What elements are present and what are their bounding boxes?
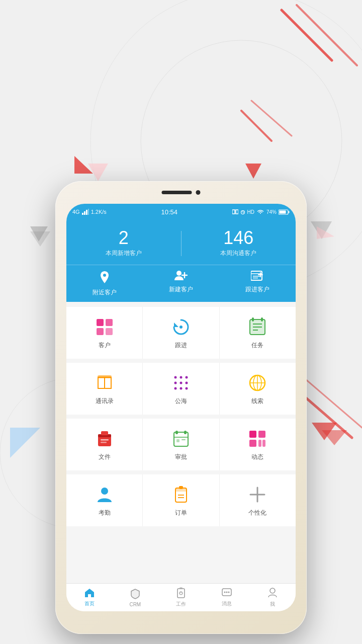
svg-marker-13 — [30, 231, 50, 247]
quick-action-new-customer[interactable]: 新建客户 — [143, 270, 219, 297]
grid-item-attendance[interactable]: 考勤 — [66, 474, 143, 526]
grid-item-customer[interactable]: 客户 — [66, 307, 143, 359]
svg-rect-23 — [232, 210, 235, 214]
tab-me-label: 我 — [270, 601, 275, 608]
svg-point-99 — [226, 592, 228, 593]
grid-item-files[interactable]: 文件 — [66, 419, 143, 470]
svg-rect-81 — [258, 431, 265, 438]
svg-marker-10 — [88, 164, 108, 181]
svg-rect-83 — [258, 440, 261, 447]
svg-marker-9 — [74, 156, 93, 174]
grid-row-2: 通讯录 — [66, 363, 296, 415]
svg-point-59 — [174, 382, 176, 384]
svg-rect-30 — [279, 210, 286, 213]
svg-rect-78 — [176, 439, 179, 442]
phone-frame: 4G 1.2K/s 10:54 — [55, 181, 307, 634]
stat-contact-number: 146 — [182, 229, 296, 247]
tab-crm[interactable]: CRM — [112, 584, 158, 611]
svg-point-100 — [228, 592, 230, 593]
approval-label: 审批 — [175, 453, 187, 461]
svg-rect-29 — [288, 211, 289, 213]
svg-rect-72 — [101, 439, 109, 441]
files-label: 文件 — [99, 453, 111, 461]
battery-icon — [279, 209, 290, 215]
header-area: 2 本周新增客户 146 本周沟通客户 — [66, 220, 296, 302]
svg-line-5 — [241, 111, 272, 141]
contacts-icon — [94, 372, 116, 394]
grid-item-dynamic[interactable]: 动态 — [220, 419, 296, 470]
grid-row-3: 文件 审批 — [66, 419, 296, 470]
svg-rect-84 — [262, 440, 265, 447]
svg-rect-73 — [101, 442, 107, 443]
work-tab-icon — [176, 587, 186, 600]
tab-work[interactable]: 工作 — [158, 584, 204, 611]
grid-item-approval[interactable]: 审批 — [143, 419, 219, 470]
tab-messages-label: 消息 — [222, 600, 232, 607]
status-bar: 4G 1.2K/s 10:54 — [66, 204, 296, 220]
customize-icon — [246, 484, 268, 506]
home-tab-icon — [84, 588, 95, 599]
quick-actions-row: 附近客户 新建客户 — [66, 265, 296, 302]
tab-home-label: 首页 — [84, 600, 95, 607]
svg-rect-82 — [249, 440, 256, 447]
new-customer-label: 新建客户 — [169, 285, 193, 294]
me-tab-icon — [267, 587, 278, 600]
svg-rect-20 — [84, 211, 85, 215]
svg-line-4 — [297, 5, 357, 65]
grid-item-followup[interactable]: 跟进 — [143, 307, 219, 359]
svg-rect-95 — [179, 587, 183, 589]
svg-marker-16 — [317, 226, 334, 239]
stat-new-number: 2 — [66, 229, 181, 247]
grid-item-order[interactable]: 订单 — [143, 474, 219, 526]
svg-rect-75 — [175, 431, 178, 434]
stat-contact-label: 本周沟通客户 — [182, 249, 296, 258]
svg-point-98 — [224, 592, 226, 593]
svg-point-58 — [185, 376, 188, 379]
grid-item-public-sea[interactable]: 公海 — [143, 363, 219, 415]
order-label: 订单 — [175, 509, 187, 517]
tab-work-label: 工作 — [176, 601, 186, 608]
tab-bar: 首页 CRM — [66, 583, 296, 611]
main-grid: 客户 跟进 — [66, 302, 296, 583]
stats-row: 2 本周新增客户 146 本周沟通客户 — [66, 220, 296, 265]
grid-item-task[interactable]: 任务 — [220, 307, 296, 359]
quick-action-nearby[interactable]: 附近客户 — [66, 270, 143, 297]
tab-home[interactable]: 首页 — [66, 584, 112, 611]
grid-item-leads[interactable]: 线索 — [220, 363, 296, 415]
svg-rect-43 — [97, 328, 104, 335]
followup-icon — [170, 316, 192, 338]
tab-me[interactable]: 我 — [250, 584, 296, 611]
leads-label: 线索 — [251, 397, 263, 406]
svg-point-46 — [179, 326, 183, 329]
svg-point-63 — [179, 387, 182, 390]
customize-label: 个性化 — [248, 509, 266, 517]
tab-messages[interactable]: 消息 — [204, 584, 250, 611]
svg-rect-44 — [106, 328, 113, 335]
stat-contact-customers: 146 本周沟通客户 — [182, 229, 296, 258]
order-icon — [170, 484, 192, 506]
dynamic-label: 动态 — [251, 453, 263, 461]
messages-tab-icon — [221, 588, 232, 599]
quick-action-follow[interactable]: 跟进客户 — [219, 270, 296, 297]
grid-item-customize[interactable]: 个性化 — [220, 474, 296, 526]
svg-point-61 — [185, 382, 188, 384]
grid-item-contacts[interactable]: 通讯录 — [66, 363, 143, 415]
svg-rect-21 — [86, 210, 87, 215]
svg-marker-15 — [311, 221, 332, 239]
hd-label: HD — [247, 209, 254, 215]
alarm-icon — [240, 209, 245, 214]
nearby-icon — [99, 270, 111, 286]
svg-rect-74 — [174, 432, 188, 446]
svg-marker-11 — [245, 164, 261, 179]
svg-point-32 — [176, 271, 182, 276]
svg-rect-22 — [88, 209, 89, 215]
customer-icon — [94, 316, 116, 338]
svg-marker-18 — [322, 430, 347, 445]
attendance-icon — [94, 484, 116, 506]
svg-rect-19 — [82, 213, 83, 215]
network-label: 4G — [72, 209, 80, 215]
camera — [196, 190, 201, 195]
tab-crm-label: CRM — [129, 602, 141, 607]
svg-point-62 — [174, 387, 176, 390]
svg-rect-41 — [97, 319, 104, 326]
